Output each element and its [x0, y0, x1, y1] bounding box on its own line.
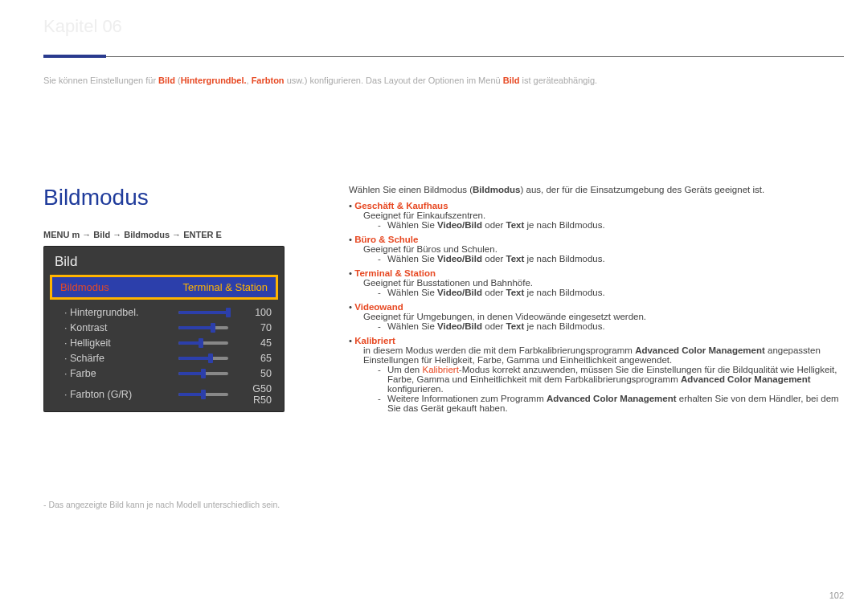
- menu-path: MENU m → Bild → Bildmodus → ENTER E: [43, 230, 293, 239]
- osd-row: Kontrast 70: [43, 320, 285, 335]
- top-accent: [43, 55, 106, 58]
- intro-block: Sie können Einstellungen für Bild (Hinte…: [43, 74, 670, 88]
- osd-row: Hintergrundbel. 100: [43, 304, 285, 320]
- page-number: 102: [829, 591, 844, 600]
- osd-row: Farbe 50: [43, 366, 285, 381]
- osd-row: Schärfe 65: [43, 350, 285, 366]
- osd-row: Helligkeit 45: [43, 335, 285, 350]
- osd-row: Farbton (G/R) G50 R50: [43, 381, 285, 407]
- osd-selected-row: Bildmodus Terminal & Station: [50, 275, 278, 300]
- osd-screenshot: Bild Bildmodus Terminal & Station Hinter…: [43, 246, 285, 412]
- page-title: Bildmodus: [43, 185, 293, 210]
- top-rule: [43, 56, 844, 57]
- chapter-number: Kapitel 06: [43, 16, 122, 37]
- osd-title: Bild: [43, 246, 285, 275]
- description-pane: Wählen Sie einen Bildmodus (Bildmodus) a…: [293, 185, 844, 413]
- footnote: - Das angezeigte Bild kann je nach Model…: [43, 500, 280, 509]
